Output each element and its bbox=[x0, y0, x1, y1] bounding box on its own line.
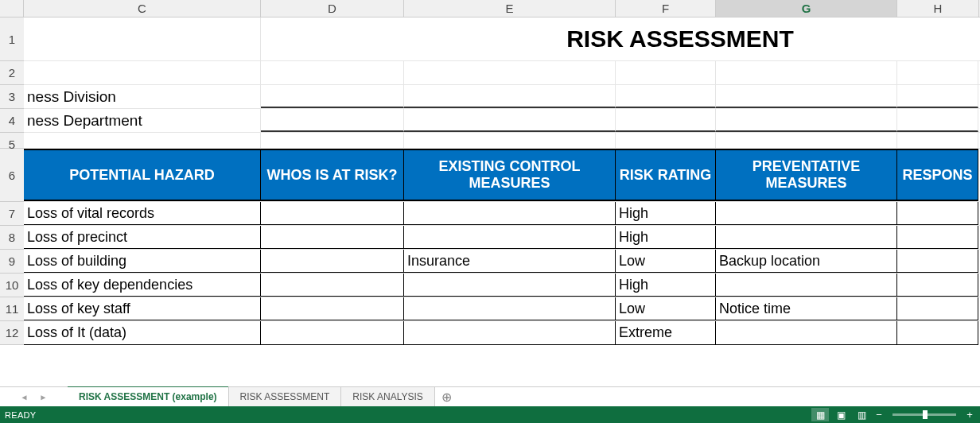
zoom-slider[interactable] bbox=[892, 413, 956, 416]
cell-resp-5[interactable] bbox=[897, 321, 978, 345]
cell-controls-1[interactable] bbox=[404, 226, 616, 249]
cell-whos-0[interactable] bbox=[261, 202, 404, 225]
cell-E2[interactable] bbox=[404, 61, 616, 84]
col-header-H[interactable]: H bbox=[897, 0, 979, 17]
cell-hazard-0[interactable]: Loss of vital records bbox=[24, 202, 261, 225]
cell-whos-5[interactable] bbox=[261, 321, 404, 345]
tab-risk-assessment-example[interactable]: RISK ASSESSMENT (example) bbox=[68, 387, 229, 406]
cell-hazard-2[interactable]: Loss of building bbox=[24, 250, 261, 273]
cell-H2[interactable] bbox=[897, 61, 978, 84]
cell-whos-2[interactable] bbox=[261, 250, 404, 273]
cell-rating-5[interactable]: Extreme bbox=[616, 321, 716, 345]
cell-controls-0[interactable] bbox=[404, 202, 616, 225]
header-existing-controls[interactable]: EXISTING CONTROL MEASURES bbox=[404, 149, 616, 201]
cell-rating-3[interactable]: High bbox=[616, 274, 716, 297]
cell-whos-3[interactable] bbox=[261, 274, 404, 297]
col-header-G[interactable]: G bbox=[716, 0, 897, 17]
cell-controls-4[interactable] bbox=[404, 297, 616, 320]
row-header-9[interactable]: 9 bbox=[0, 250, 24, 274]
row-header-8[interactable]: 8 bbox=[0, 226, 24, 250]
view-normal-icon[interactable]: ▦ bbox=[811, 408, 829, 421]
cell-controls-5[interactable] bbox=[404, 321, 616, 345]
cell-H4[interactable] bbox=[897, 109, 978, 132]
cell-resp-1[interactable] bbox=[897, 226, 978, 249]
header-potential-hazard[interactable]: POTENTIAL HAZARD bbox=[24, 149, 261, 201]
tab-nav-arrows[interactable]: ◄ ► bbox=[0, 387, 68, 406]
cell-G5[interactable] bbox=[716, 133, 897, 148]
cell-D5[interactable] bbox=[261, 133, 404, 148]
cell-H3[interactable] bbox=[897, 85, 978, 108]
add-sheet-button[interactable]: ⊕ bbox=[435, 387, 459, 406]
cell-resp-3[interactable] bbox=[897, 274, 978, 297]
cell-rating-1[interactable]: High bbox=[616, 226, 716, 249]
cell-prevent-5[interactable] bbox=[716, 321, 897, 345]
col-header-F[interactable]: F bbox=[616, 0, 716, 17]
cell-E5[interactable] bbox=[404, 133, 616, 148]
sheet-title[interactable]: RISK ASSESSMENT bbox=[261, 17, 980, 60]
tab-next-icon[interactable]: ► bbox=[40, 393, 48, 402]
select-all-corner[interactable] bbox=[0, 0, 24, 17]
cell-rating-4[interactable]: Low bbox=[616, 297, 716, 320]
row-header-7[interactable]: 7 bbox=[0, 202, 24, 226]
cell-hazard-5[interactable]: Loss of It (data) bbox=[24, 321, 261, 345]
cell-D4[interactable] bbox=[261, 109, 404, 132]
header-whos-at-risk[interactable]: WHOS IS AT RISK? bbox=[261, 149, 404, 201]
header-responsible[interactable]: RESPONS bbox=[897, 149, 978, 201]
row-header-6[interactable]: 6 bbox=[0, 149, 24, 202]
view-page-break-icon[interactable]: ▥ bbox=[853, 408, 870, 421]
view-page-layout-icon[interactable]: ▣ bbox=[832, 408, 850, 421]
cell-whos-1[interactable] bbox=[261, 226, 404, 249]
cell-G2[interactable] bbox=[716, 61, 897, 84]
cell-prevent-0[interactable] bbox=[716, 202, 897, 225]
cell-H5[interactable] bbox=[897, 133, 978, 148]
zoom-in-button[interactable]: + bbox=[964, 409, 975, 421]
col-header-E[interactable]: E bbox=[404, 0, 616, 17]
cell-hazard-3[interactable]: Loss of key dependencies bbox=[24, 274, 261, 297]
cells-area[interactable]: RISK ASSESSMENT ness Division n bbox=[24, 17, 980, 345]
zoom-out-button[interactable]: − bbox=[873, 409, 885, 421]
tab-risk-assessment[interactable]: RISK ASSESSMENT bbox=[229, 387, 342, 406]
tab-risk-analysis[interactable]: RISK ANALYSIS bbox=[341, 387, 434, 406]
cell-prevent-4[interactable]: Notice time bbox=[716, 297, 897, 320]
row-header-3[interactable]: 3 bbox=[0, 85, 24, 109]
cell-controls-3[interactable] bbox=[404, 274, 616, 297]
cell-rating-2[interactable]: Low bbox=[616, 250, 716, 273]
cell-C5[interactable] bbox=[24, 133, 261, 148]
cell-resp-4[interactable] bbox=[897, 297, 978, 320]
cell-whos-4[interactable] bbox=[261, 297, 404, 320]
row-header-2[interactable]: 2 bbox=[0, 61, 24, 85]
cell-prevent-1[interactable] bbox=[716, 226, 897, 249]
cell-D2[interactable] bbox=[261, 61, 404, 84]
cell-controls-2[interactable]: Insurance bbox=[404, 250, 616, 273]
cell-rating-0[interactable]: High bbox=[616, 202, 716, 225]
cell-F4[interactable] bbox=[616, 109, 716, 132]
cell-E3[interactable] bbox=[404, 85, 616, 108]
cell-F5[interactable] bbox=[616, 133, 716, 148]
cell-E4[interactable] bbox=[404, 109, 616, 132]
cell-G4[interactable] bbox=[716, 109, 897, 132]
cell-division-label[interactable]: ness Division bbox=[24, 85, 261, 108]
row-header-1[interactable]: 1 bbox=[0, 17, 24, 61]
cell-C1[interactable] bbox=[24, 17, 261, 60]
header-risk-rating[interactable]: RISK RATING bbox=[616, 149, 716, 201]
row-header-11[interactable]: 11 bbox=[0, 297, 24, 321]
row-header-10[interactable]: 10 bbox=[0, 274, 24, 297]
cell-F2[interactable] bbox=[616, 61, 716, 84]
col-header-C[interactable]: C bbox=[24, 0, 261, 17]
cell-resp-2[interactable] bbox=[897, 250, 978, 273]
cell-prevent-3[interactable] bbox=[716, 274, 897, 297]
cell-department-label[interactable]: ness Department bbox=[24, 109, 261, 132]
cell-hazard-1[interactable]: Loss of precinct bbox=[24, 226, 261, 249]
header-preventative[interactable]: PREVENTATIVE MEASURES bbox=[716, 149, 897, 201]
cell-hazard-4[interactable]: Loss of key staff bbox=[24, 297, 261, 320]
tab-prev-icon[interactable]: ◄ bbox=[21, 393, 29, 402]
cell-resp-0[interactable] bbox=[897, 202, 978, 225]
row-header-5[interactable]: 5 bbox=[0, 133, 24, 149]
row-header-4[interactable]: 4 bbox=[0, 109, 24, 133]
cell-C2[interactable] bbox=[24, 61, 261, 84]
cell-F3[interactable] bbox=[616, 85, 716, 108]
cell-G3[interactable] bbox=[716, 85, 897, 108]
col-header-D[interactable]: D bbox=[261, 0, 404, 17]
row-header-12[interactable]: 12 bbox=[0, 321, 24, 345]
cell-prevent-2[interactable]: Backup location bbox=[716, 250, 897, 273]
